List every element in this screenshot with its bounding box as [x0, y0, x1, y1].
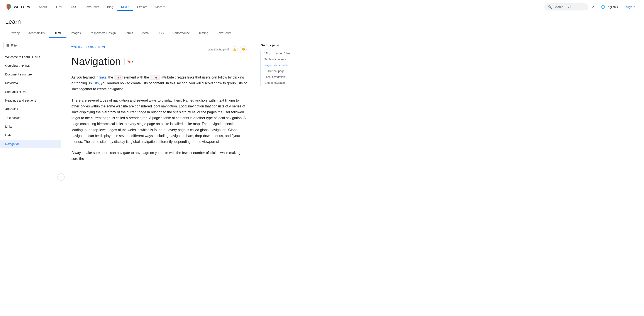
language-selector-button[interactable]: 🌐 English ▾: [598, 3, 621, 10]
learn-header: Learn Privacy Accessibility HTML Images …: [0, 14, 644, 38]
breadcrumb-sep-2: ›: [96, 45, 96, 48]
thumbs-up-button[interactable]: 👍: [231, 46, 238, 53]
logo-icon: [5, 3, 12, 10]
helpful-row: Was this helpful? 👍 👎: [208, 46, 246, 53]
breadcrumb-webdev[interactable]: web.dev: [72, 45, 82, 48]
tab-responsive-design[interactable]: Responsive Design: [85, 29, 120, 38]
search-placeholder: Search: [554, 5, 563, 9]
toc-item-skip-to-content[interactable]: "Skip to content" link: [261, 50, 310, 56]
toc-item-global-navigation[interactable]: Global navigation: [261, 80, 310, 86]
theme-toggle-button[interactable]: ☀: [590, 3, 597, 11]
thumbs-down-button[interactable]: 👎: [240, 46, 246, 53]
sidebar-item-headings[interactable]: Headings and sections: [0, 96, 61, 105]
nav-links: About HTML CSS JavaScript Blog Learn Exp…: [36, 3, 545, 11]
nav-html[interactable]: HTML: [51, 3, 66, 10]
nav-blog[interactable]: Blog: [104, 3, 116, 10]
learn-title: Learn: [5, 18, 639, 25]
sign-in-button[interactable]: Sign in: [622, 3, 639, 10]
learn-tabs: Privacy Accessibility HTML Images Respon…: [5, 29, 639, 38]
tab-images[interactable]: Images: [66, 29, 85, 38]
sidebar-item-attributes[interactable]: Attributes: [0, 105, 61, 114]
nav-learn[interactable]: Learn: [118, 3, 133, 11]
content-paragraph-1: As you learned in links, the <a> element…: [72, 74, 246, 92]
nav-css[interactable]: CSS: [67, 3, 80, 10]
tab-accessibility[interactable]: Accessibility: [24, 29, 49, 38]
breadcrumb-sep-1: ›: [84, 45, 84, 48]
tab-privacy[interactable]: Privacy: [5, 29, 24, 38]
lists-link[interactable]: lists: [93, 81, 99, 85]
search-slash: /: [567, 5, 570, 9]
sidebar-item-links[interactable]: Links: [0, 122, 61, 131]
tab-html[interactable]: HTML: [49, 29, 66, 38]
nav-explore[interactable]: Explore: [134, 3, 151, 10]
main-layout: ☰ Filter Welcome to Learn HTML! Overview…: [0, 38, 644, 315]
breadcrumb-learn[interactable]: Learn: [86, 45, 94, 48]
filter-icon: ☰: [6, 44, 9, 47]
nav-right: 🔍 Search / ☀ 🌐 English ▾ Sign in: [544, 3, 639, 11]
nav-more[interactable]: More ▾: [152, 3, 168, 10]
search-box[interactable]: 🔍 Search /: [544, 3, 588, 10]
breadcrumb: web.dev › Learn › HTML: [72, 45, 106, 48]
nav-javascript[interactable]: JavaScript: [82, 3, 102, 10]
top-navigation: web.dev About HTML CSS JavaScript Blog L…: [0, 0, 644, 14]
chevron-down-icon: ▾: [616, 5, 618, 9]
toc-item-current-page[interactable]: Current page: [261, 68, 310, 74]
tab-forms[interactable]: Forms: [120, 29, 138, 38]
content-paragraph-2: There are several types of navigation an…: [72, 97, 246, 145]
sidebar-item-semantic-html[interactable]: Semantic HTML: [0, 87, 61, 96]
search-icon: 🔍: [548, 5, 552, 9]
left-sidebar: ☰ Filter Welcome to Learn HTML! Overview…: [0, 38, 61, 315]
sidebar-item-metadata[interactable]: Metadata: [0, 79, 61, 87]
bookmark-dropdown-icon: ▾: [132, 60, 133, 63]
bookmark-icon: 🔖: [127, 60, 131, 63]
helpful-label: Was this helpful?: [208, 48, 229, 51]
sidebar-item-lists[interactable]: Lists: [0, 131, 61, 140]
logo-text: web.dev: [14, 4, 30, 9]
sidebar-wrapper: ☰ Filter Welcome to Learn HTML! Overview…: [0, 38, 61, 315]
tab-javascript[interactable]: JavaScript: [213, 29, 236, 38]
breadcrumb-html[interactable]: HTML: [98, 45, 106, 48]
bookmark-button[interactable]: 🔖 ▾: [124, 58, 136, 65]
tab-performance[interactable]: Performance: [168, 29, 194, 38]
content-paragraph-3: Always make sure users can navigate to a…: [72, 150, 246, 161]
filter-label: Filter: [11, 44, 18, 47]
language-label: English: [606, 5, 616, 9]
toc-item-local-navigation[interactable]: Local navigation: [261, 74, 310, 80]
toc-item-table-of-contents[interactable]: Table of contents: [261, 56, 310, 62]
sidebar-item-text-basics[interactable]: Text basics: [0, 114, 61, 122]
page-title: Navigation: [72, 55, 121, 67]
sidebar-collapse-button[interactable]: ‹: [58, 173, 64, 180]
svg-marker-2: [9, 4, 11, 10]
sidebar-item-navigation[interactable]: Navigation: [0, 140, 61, 148]
logo[interactable]: web.dev: [5, 3, 30, 10]
filter-box[interactable]: ☰ Filter: [4, 42, 57, 49]
toc-item-page-breadcrumbs[interactable]: Page breadcrumbs: [261, 62, 310, 68]
toc-list: "Skip to content" link Table of contents…: [260, 50, 310, 86]
tab-testing[interactable]: Testing: [194, 29, 213, 38]
on-this-page-title: On this page: [260, 43, 310, 47]
sidebar-item-overview[interactable]: Overview of HTML: [0, 61, 61, 70]
page-title-row: Navigation 🔖 ▾: [72, 55, 246, 67]
sidebar-item-welcome[interactable]: Welcome to Learn HTML!: [0, 53, 61, 61]
globe-icon: 🌐: [601, 5, 605, 9]
links-link[interactable]: links: [99, 75, 106, 79]
tab-css[interactable]: CSS: [153, 29, 168, 38]
href-code: href: [150, 75, 160, 80]
a-tag-code: <a>: [114, 75, 123, 80]
right-sidebar: On this page "Skip to content" link Tabl…: [257, 38, 314, 315]
sidebar-item-document-structure[interactable]: Document structure: [0, 70, 61, 79]
svg-marker-1: [6, 4, 9, 10]
nav-about[interactable]: About: [36, 3, 50, 10]
content-area: web.dev › Learn › HTML Was this helpful?…: [61, 38, 257, 315]
tab-pwa[interactable]: PWA: [138, 29, 153, 38]
